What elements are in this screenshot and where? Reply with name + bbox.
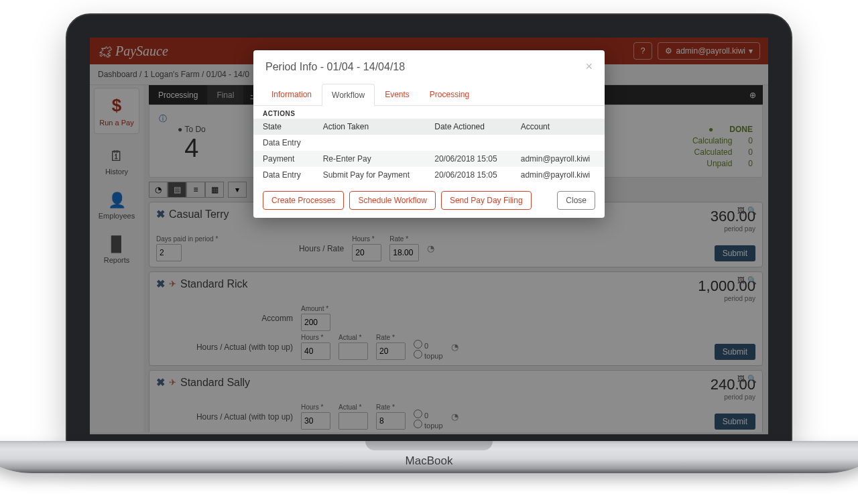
table-row: PaymentRe-Enter Pay20/06/2018 15:05admin…	[253, 151, 605, 167]
modal-title: Period Info - 01/04 - 14/04/18	[265, 61, 405, 73]
col-state: State	[253, 119, 314, 135]
laptop-base: MacBook	[0, 441, 858, 473]
schedule-workflow-button[interactable]: Schedule Workflow	[349, 191, 436, 210]
actions-label: ACTIONS	[253, 106, 605, 119]
tab-processing[interactable]: Processing	[420, 83, 479, 105]
tab-events[interactable]: Events	[375, 83, 420, 105]
workflow-table: State Action Taken Date Actioned Account…	[253, 119, 605, 183]
col-date: Date Actioned	[425, 119, 511, 135]
period-info-modal: Period Info - 01/04 - 14/04/18 × Informa…	[253, 50, 605, 218]
create-processes-button[interactable]: Create Processes	[263, 191, 344, 210]
modal-close-icon[interactable]: ×	[585, 60, 593, 74]
send-filing-button[interactable]: Send Pay Day Filing	[441, 191, 532, 210]
close-button[interactable]: Close	[557, 191, 595, 210]
tab-workflow[interactable]: Workflow	[322, 84, 375, 106]
col-account: Account	[511, 119, 605, 135]
modal-tabs: Information Workflow Events Processing	[253, 83, 605, 106]
tab-information[interactable]: Information	[261, 83, 322, 105]
table-row: Data Entry	[253, 135, 605, 151]
col-action: Action Taken	[314, 119, 426, 135]
table-row: Data EntrySubmit Pay for Payment20/06/20…	[253, 167, 605, 183]
